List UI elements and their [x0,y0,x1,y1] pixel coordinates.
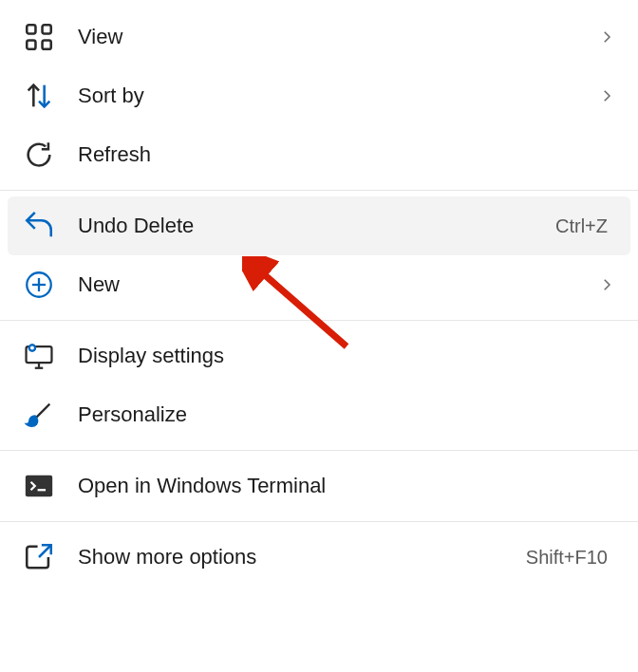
menu-item-label: Refresh [78,142,615,167]
menu-item-personalize[interactable]: Personalize [0,385,638,444]
grid-icon [23,21,55,53]
chevron-right-icon [598,276,615,293]
divider [0,521,638,522]
monitor-gear-icon [23,340,55,372]
divider [0,320,638,321]
svg-rect-2 [27,41,35,49]
shortcut-label: Shift+F10 [526,547,608,569]
svg-rect-3 [43,41,51,49]
menu-item-label: New [78,272,598,297]
terminal-icon [23,470,55,502]
svg-rect-0 [27,25,35,33]
shortcut-label: Ctrl+Z [555,215,608,237]
menu-item-undo-delete[interactable]: Undo Delete Ctrl+Z [8,196,630,255]
menu-item-label: Sort by [78,84,598,108]
menu-item-view[interactable]: View [0,8,638,66]
menu-item-show-more-options[interactable]: Show more options Shift+F10 [0,528,638,587]
chevron-right-icon [598,28,615,46]
menu-item-label: Display settings [78,344,615,368]
chevron-right-icon [598,87,615,104]
svg-rect-1 [43,25,51,33]
divider [0,450,638,451]
menu-item-label: View [78,25,598,49]
divider [0,190,638,191]
brush-icon [23,399,55,431]
menu-item-label: Show more options [78,545,526,569]
undo-icon [23,210,55,242]
menu-item-new[interactable]: New [0,255,638,314]
plus-circle-icon [23,269,55,301]
sort-icon [23,80,55,112]
refresh-icon [23,139,55,171]
menu-item-label: Personalize [78,402,615,427]
menu-item-sort-by[interactable]: Sort by [0,66,638,125]
menu-item-label: Undo Delete [78,214,555,238]
menu-item-label: Open in Windows Terminal [78,474,615,498]
menu-item-open-terminal[interactable]: Open in Windows Terminal [0,457,638,515]
svg-rect-13 [26,476,52,497]
menu-item-refresh[interactable]: Refresh [0,125,638,184]
open-out-icon [23,541,55,573]
svg-line-15 [39,545,51,557]
context-menu: View Sort by Refresh [0,0,638,594]
menu-item-display-settings[interactable]: Display settings [0,327,638,385]
